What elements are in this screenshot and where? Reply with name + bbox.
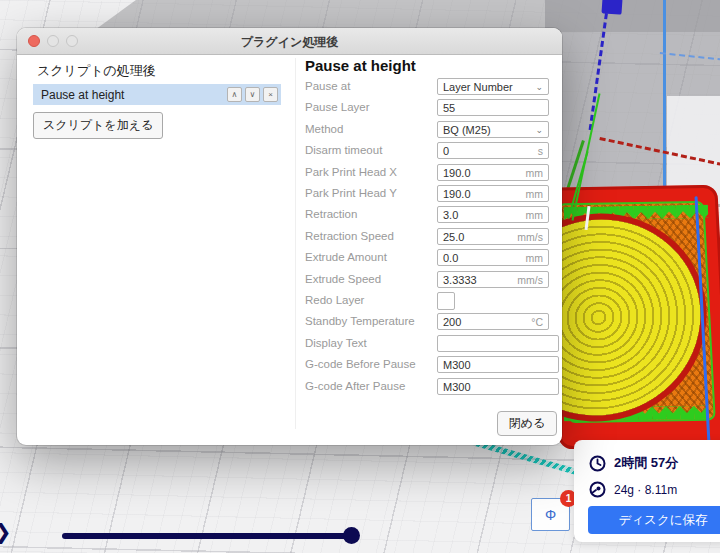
- setting-label: Standby Temperature: [305, 315, 415, 327]
- object-marker-icon: Φ: [545, 507, 556, 523]
- chevron-down-icon: ⌄: [535, 82, 543, 92]
- setting-unit: mm: [526, 252, 544, 264]
- setting-row: Extrude Amount 0.0 mm: [305, 249, 555, 267]
- setting-row: Pause at Layer Number ⌄: [305, 78, 555, 96]
- gcode-after-pause-input[interactable]: M300: [437, 378, 559, 395]
- move-script-down-button[interactable]: ∨: [245, 87, 260, 102]
- sliced-model-preview[interactable]: [552, 186, 720, 448]
- setting-unit: °C: [531, 316, 543, 328]
- setting-unit: mm/s: [517, 231, 543, 243]
- setting-unit: mm: [526, 167, 544, 179]
- setting-label: Pause at: [305, 80, 350, 92]
- script-settings-title: Pause at height: [305, 57, 416, 74]
- setting-label: Park Print Head Y: [305, 187, 397, 199]
- pause-at-select[interactable]: Layer Number ⌄: [437, 78, 549, 95]
- remove-script-button[interactable]: ×: [263, 87, 278, 102]
- preview-playback-track[interactable]: [62, 533, 353, 539]
- material-usage-estimate: 24g · 8.11m: [614, 483, 677, 497]
- standby-temperature-input[interactable]: 200 °C: [437, 313, 549, 330]
- extrude-speed-input[interactable]: 3.3333 mm/s: [437, 271, 549, 288]
- redo-layer-checkbox[interactable]: [437, 292, 455, 310]
- setting-label: Disarm timeout: [305, 144, 382, 156]
- setting-label: Redo Layer: [305, 294, 364, 306]
- buildvolume-edge-line: [663, 0, 666, 198]
- clock-icon: [589, 455, 606, 472]
- preview-playback-handle[interactable]: [343, 527, 360, 544]
- script-list-item-selected[interactable]: Pause at height ∧ ∨ ×: [33, 84, 281, 105]
- setting-label: Pause Layer: [305, 101, 370, 113]
- setting-row: G-code Before Pause M300: [305, 356, 555, 374]
- setting-label: Method: [305, 123, 343, 135]
- setting-row: G-code After Pause M300: [305, 378, 555, 396]
- display-text-input[interactable]: [437, 335, 559, 352]
- dialog-titlebar[interactable]: プラグイン処理後: [17, 28, 562, 55]
- setting-unit: mm: [526, 209, 544, 221]
- setting-unit: mm: [526, 188, 544, 200]
- pane-divider: [295, 58, 296, 429]
- setting-row: Method BQ (M25) ⌄: [305, 121, 555, 139]
- setting-label: Display Text: [305, 337, 367, 349]
- setting-row: Extrude Speed 3.3333 mm/s: [305, 271, 555, 289]
- material-spool-icon: [589, 481, 606, 498]
- setting-label: Extrude Speed: [305, 273, 381, 285]
- close-dialog-button[interactable]: 閉める: [497, 411, 557, 436]
- pause-layer-input[interactable]: 55: [437, 99, 549, 116]
- park-head-x-input[interactable]: 190.0 mm: [437, 164, 549, 181]
- script-name: Pause at height: [33, 88, 227, 102]
- setting-label: G-code Before Pause: [305, 358, 416, 370]
- setting-unit: mm/s: [517, 274, 543, 286]
- disarm-timeout-input[interactable]: 0 s: [437, 142, 549, 159]
- dialog-title: プラグイン処理後: [17, 34, 562, 51]
- setting-row: Display Text: [305, 335, 555, 353]
- setting-label: G-code After Pause: [305, 380, 405, 392]
- method-select[interactable]: BQ (M25) ⌄: [437, 121, 549, 138]
- setting-label: Extrude Amount: [305, 251, 387, 263]
- setting-row: Park Print Head X 190.0 mm: [305, 164, 555, 182]
- setting-row: Standby Temperature 200 °C: [305, 313, 555, 331]
- print-time-estimate: 2時間 57分: [614, 454, 678, 472]
- retraction-speed-input[interactable]: 25.0 mm/s: [437, 228, 549, 245]
- play-icon[interactable]: ❯: [0, 520, 12, 544]
- gcode-before-pause-input[interactable]: M300: [437, 356, 559, 373]
- chevron-down-icon: ⌄: [535, 125, 543, 135]
- setting-row: Disarm timeout 0 s: [305, 142, 555, 160]
- setting-row: Retraction Speed 25.0 mm/s: [305, 228, 555, 246]
- setting-row: Park Print Head Y 190.0 mm: [305, 185, 555, 203]
- save-to-disk-button[interactable]: ディスクに保存: [588, 506, 720, 534]
- setting-label: Retraction Speed: [305, 230, 394, 242]
- setting-label: Retraction: [305, 208, 357, 220]
- setting-label: Park Print Head X: [305, 166, 397, 178]
- move-script-up-button[interactable]: ∧: [227, 87, 242, 102]
- retraction-input[interactable]: 3.0 mm: [437, 206, 549, 223]
- extrude-amount-input[interactable]: 0.0 mm: [437, 249, 549, 266]
- park-head-y-input[interactable]: 190.0 mm: [437, 185, 549, 202]
- setting-row: Redo Layer: [305, 292, 555, 310]
- setting-row: Retraction 3.0 mm: [305, 206, 555, 224]
- setting-row: Pause Layer 55: [305, 99, 555, 117]
- print-info-panel: 2時間 57分 24g · 8.11m ディスクに保存: [574, 440, 720, 542]
- post-processing-dialog: プラグイン処理後 スクリプトの処理後 Pause at height ∧ ∨ ×…: [17, 28, 562, 445]
- setting-unit: s: [538, 145, 543, 157]
- add-script-button[interactable]: スクリプトを加える: [33, 112, 163, 139]
- object-marker[interactable]: Φ 1: [531, 498, 570, 531]
- scripts-list-header: スクリプトの処理後: [37, 62, 156, 80]
